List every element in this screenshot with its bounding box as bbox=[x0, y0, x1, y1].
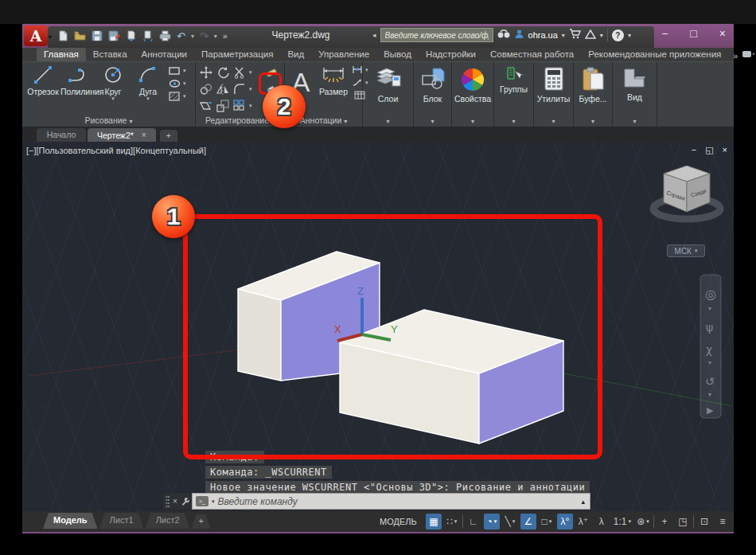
command-bar-grip[interactable]: × bbox=[163, 493, 192, 510]
nav-motion-icon[interactable]: ▶ bbox=[707, 405, 714, 416]
rectangle-dropdown-icon[interactable]: ▾ bbox=[183, 68, 186, 74]
object-snap-tracking-toggle[interactable]: ∠ bbox=[520, 514, 536, 530]
rectangle-tool[interactable]: ▾ bbox=[169, 66, 186, 76]
arc-dropdown-icon[interactable]: ▾ bbox=[131, 96, 166, 101]
mirror-tool[interactable] bbox=[216, 82, 230, 96]
ucs-dropdown[interactable]: МСК ▾ bbox=[667, 244, 705, 257]
ribbon-tab-vyvod[interactable]: Вывод bbox=[376, 48, 419, 61]
ribbon-tab-nadstroyki[interactable]: Надстройки bbox=[419, 48, 483, 61]
nav-pan-icon[interactable]: ψ bbox=[706, 321, 713, 334]
panel-groups-expand-icon[interactable]: ▾ bbox=[512, 118, 515, 125]
command-prompt-icon[interactable]: >_ bbox=[196, 496, 208, 506]
circle-dropdown-icon[interactable]: ▾ bbox=[95, 96, 131, 101]
search-binoculars-icon[interactable] bbox=[497, 28, 510, 42]
help-dropdown-icon[interactable]: ▾ bbox=[628, 32, 631, 39]
nav-zoom-icon[interactable]: χ bbox=[706, 343, 712, 356]
panel-view-expand-icon[interactable]: ▾ bbox=[633, 118, 636, 125]
nav-zoom-dropdown-icon[interactable]: ▾ bbox=[708, 359, 711, 366]
scale-tool[interactable] bbox=[216, 99, 230, 113]
clean-screen-button[interactable]: ⊡ bbox=[696, 514, 712, 530]
panel-layers[interactable]: Слои ▾ bbox=[363, 62, 414, 127]
crosshair-button[interactable]: + bbox=[657, 514, 672, 530]
panel-draw-label[interactable]: Рисование ▾ bbox=[22, 115, 195, 125]
undo-button[interactable]: ↶ bbox=[177, 31, 185, 41]
scale-dropdown-icon[interactable]: ▾ bbox=[628, 518, 631, 525]
trim-tool[interactable] bbox=[232, 65, 247, 80]
close-button[interactable]: × bbox=[719, 27, 726, 40]
drawing-minimize-button[interactable]: − bbox=[692, 145, 696, 155]
isodraft-toggle[interactable]: ╲▾ bbox=[502, 514, 518, 530]
polar-tracking-toggle[interactable]: ◔▾ bbox=[484, 514, 500, 530]
hatch-dropdown-icon[interactable]: ▾ bbox=[183, 93, 186, 100]
ribbon-tab-vstavka[interactable]: Вставка bbox=[86, 48, 134, 61]
minimize-button[interactable]: − bbox=[661, 27, 668, 40]
panel-draw-expand-icon[interactable]: ▾ bbox=[129, 118, 132, 125]
line-tool[interactable]: Отрезок bbox=[25, 64, 60, 101]
panel-annotate-expand-icon[interactable]: ▾ bbox=[344, 118, 347, 125]
ribbon-tab-rekomenduemye[interactable]: Рекомендованные приложения bbox=[581, 48, 728, 61]
viewcube[interactable]: Справа Сзади bbox=[653, 166, 720, 219]
redo-dropdown-icon[interactable]: ▾ bbox=[214, 33, 217, 40]
object-snap-toggle[interactable]: □▾ bbox=[539, 514, 555, 530]
rotate-tool[interactable] bbox=[216, 65, 230, 80]
model-space-button[interactable]: МОДЕЛЬ bbox=[373, 517, 423, 526]
file-tab-drawing[interactable]: Чертеж2* × bbox=[88, 128, 156, 142]
layout-tab-list1[interactable]: Лист1 bbox=[99, 513, 144, 529]
panel-clipboard-expand-icon[interactable]: ▾ bbox=[591, 118, 594, 125]
snap-toggle[interactable]: ∷▾ bbox=[444, 514, 460, 530]
annotation-autoscale-toggle[interactable]: λ⁺ bbox=[575, 514, 591, 530]
publish-button[interactable] bbox=[142, 30, 154, 41]
panel-utilities[interactable]: Утилиты ▾ bbox=[534, 62, 574, 127]
command-expand-icon[interactable]: ▴ bbox=[581, 498, 586, 506]
array-tool[interactable] bbox=[232, 99, 247, 113]
new-drawing-tab-button[interactable]: + bbox=[160, 130, 177, 142]
navigation-bar[interactable]: ◎ ▾ ψ χ ▾ ↺ ▾ ▶ bbox=[700, 275, 721, 418]
nav-orbit-dropdown-icon[interactable]: ▾ bbox=[708, 391, 711, 398]
scale-selector[interactable]: 1:1▾ bbox=[612, 514, 633, 530]
annotation-scale-button[interactable]: λ bbox=[594, 514, 610, 530]
fillet-tool[interactable] bbox=[232, 82, 247, 96]
osnap-dropdown-icon[interactable]: ▾ bbox=[549, 518, 552, 525]
ellipse-tool[interactable]: ▾ bbox=[169, 79, 186, 88]
drawing-restore-button[interactable]: ◱ bbox=[705, 145, 713, 155]
print-button[interactable] bbox=[159, 30, 171, 41]
a360-icon[interactable] bbox=[585, 28, 596, 42]
layout-tab-model[interactable]: Модель bbox=[43, 513, 98, 529]
dimension-tool[interactable]: Размер bbox=[317, 66, 350, 96]
maximize-button[interactable]: □ bbox=[690, 27, 696, 40]
panel-properties[interactable]: Свойства ▾ bbox=[452, 62, 494, 127]
array-dropdown-icon[interactable]: ▾ bbox=[249, 103, 252, 109]
viewport-controls-label[interactable]: [−][Пользовательский вид][Концептуальный… bbox=[26, 146, 206, 155]
workspace-dropdown-icon[interactable]: ▾ bbox=[646, 518, 649, 525]
open-file-button[interactable] bbox=[74, 30, 86, 41]
panel-groups[interactable]: Группы ▾ bbox=[494, 62, 534, 127]
isodraft-dropdown-icon[interactable]: ▾ bbox=[512, 518, 516, 525]
ribbon-tab-annotacii[interactable]: Аннотации bbox=[134, 48, 194, 61]
a360-dropdown-icon[interactable]: ▾ bbox=[600, 32, 603, 39]
arc-tool[interactable]: Дуга ▾ bbox=[131, 64, 166, 101]
nav-wheel-icon[interactable]: ◎ bbox=[705, 287, 716, 302]
ribbon-tab-sovmestnaya-rabota[interactable]: Совместная работа bbox=[483, 48, 581, 61]
account-name[interactable]: ohra.ua bbox=[528, 30, 558, 40]
stretch-tool[interactable] bbox=[199, 99, 213, 113]
drawing-close-button[interactable]: × bbox=[723, 145, 727, 155]
layout-tab-list2[interactable]: Лист2 bbox=[146, 513, 190, 529]
circle-tool[interactable]: Круг ▾ bbox=[95, 64, 131, 101]
hatch-tool[interactable]: ▾ bbox=[169, 92, 186, 101]
move-tool[interactable] bbox=[199, 65, 213, 80]
panel-view[interactable]: Вид ▾ bbox=[613, 62, 657, 127]
isolate-objects-button[interactable]: ◳ bbox=[675, 514, 691, 530]
ortho-toggle[interactable]: ∟ bbox=[466, 514, 481, 530]
customization-menu-button[interactable]: ≡ bbox=[715, 514, 731, 530]
command-input[interactable] bbox=[218, 496, 579, 507]
nav-wheel-dropdown-icon[interactable]: ▾ bbox=[708, 305, 711, 312]
plot-button[interactable] bbox=[126, 30, 137, 41]
command-recent-dropdown-icon[interactable]: ▾ bbox=[212, 498, 215, 505]
save-as-button[interactable] bbox=[108, 30, 120, 41]
app-menu-button[interactable]: A bbox=[24, 25, 48, 46]
new-layout-button[interactable]: + bbox=[192, 514, 211, 529]
help-search-input[interactable] bbox=[380, 28, 493, 42]
grid-toggle[interactable]: ▦ bbox=[426, 514, 442, 530]
ribbon-display-toggle[interactable] bbox=[742, 51, 755, 61]
annotation-visibility-toggle[interactable]: λ° bbox=[557, 514, 573, 530]
